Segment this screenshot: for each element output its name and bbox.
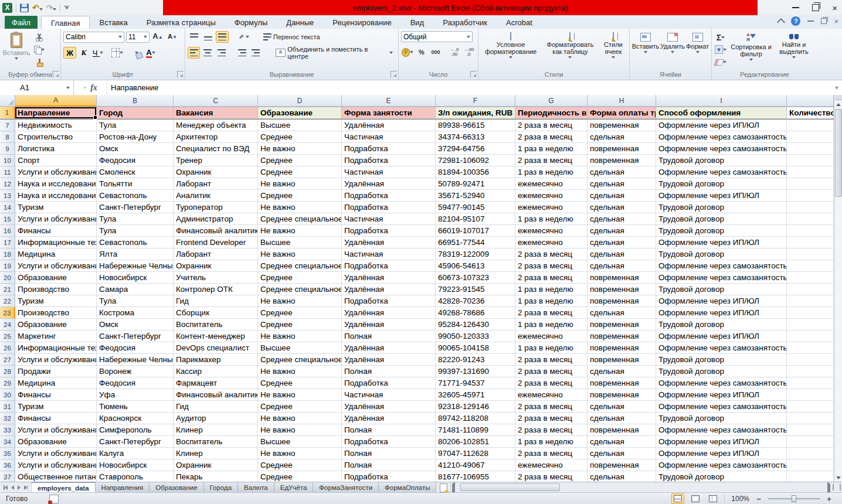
cell-E9[interactable]: Подработка <box>342 143 436 155</box>
cell-B36[interactable]: Новосибирск <box>97 459 174 471</box>
cell-F9[interactable]: 37294-64756 <box>436 143 515 155</box>
row-header-31[interactable]: 31 <box>0 401 15 413</box>
split-handle[interactable] <box>835 95 842 100</box>
cell-D36[interactable]: Среднее <box>258 459 342 471</box>
cell-E25[interactable]: Полная <box>342 331 436 342</box>
cell-G28[interactable]: 2 раза в месяц <box>515 366 588 377</box>
cell-E22[interactable]: Подработка <box>342 295 436 307</box>
cell-A31[interactable]: Туризм <box>15 401 97 413</box>
cell-F35[interactable]: 97047-112628 <box>436 448 515 459</box>
cell-G36[interactable]: ежемесячно <box>515 459 588 471</box>
cell-B24[interactable]: Омск <box>97 319 174 331</box>
row-header-15[interactable]: 15 <box>0 213 15 225</box>
cell-I30[interactable]: Оформление через ИП/ЮЛ <box>656 389 787 401</box>
redo-button[interactable]: ↷ <box>46 2 57 13</box>
ribbon-tab-Данные[interactable]: Данные <box>277 16 323 29</box>
cell-F20[interactable]: 60673-107323 <box>436 272 515 284</box>
align-left-button[interactable] <box>188 47 200 59</box>
row-header-16[interactable]: 16 <box>0 225 15 237</box>
cell-A12[interactable]: Наука и исследование <box>15 178 97 190</box>
format-painter-button[interactable] <box>33 57 46 68</box>
cell-A33[interactable]: Услуги и обслуживание <box>15 424 97 436</box>
cell-B32[interactable]: Красноярск <box>97 413 174 424</box>
wrap-text-button[interactable]: Перенос текста <box>260 31 323 43</box>
cell-J17[interactable] <box>787 237 834 248</box>
cell-H15[interactable]: сдельная <box>588 213 656 225</box>
grow-font-button[interactable]: A▲ <box>151 31 164 43</box>
cell-F11[interactable]: 81894-100356 <box>436 166 515 178</box>
workbook-restore-icon[interactable] <box>821 18 827 24</box>
font-color-button[interactable]: А <box>144 47 157 59</box>
shrink-font-button[interactable]: A▼ <box>166 31 179 43</box>
cell-A24[interactable]: Образование <box>15 319 97 331</box>
cell-B28[interactable]: Воронеж <box>97 366 174 377</box>
cell-J32[interactable] <box>787 413 834 424</box>
last-sheet-button[interactable] <box>24 485 28 490</box>
row-header-20[interactable]: 20 <box>0 272 15 284</box>
cell-G32[interactable]: 2 раза в месяц <box>515 413 588 424</box>
cell-H24[interactable]: повременная <box>588 319 656 331</box>
cell-E34[interactable]: Подработка <box>342 436 436 448</box>
cell-H27[interactable]: повременная <box>588 354 656 366</box>
cell-H28[interactable]: сдельная <box>588 366 656 377</box>
cell-B33[interactable]: Симферополь <box>97 424 174 436</box>
cell-D9[interactable]: Не важно <box>258 143 342 155</box>
row-header-30[interactable]: 30 <box>0 389 15 401</box>
cell-E1[interactable]: Форма занятости <box>342 107 436 119</box>
row-header-35[interactable]: 35 <box>0 448 15 459</box>
row-header-14[interactable]: 14 <box>0 202 15 213</box>
cell-F33[interactable]: 71481-110899 <box>436 424 515 436</box>
row-header-18[interactable]: 18 <box>0 248 15 260</box>
cell-J26[interactable] <box>787 342 834 354</box>
cell-E14[interactable]: Подработка <box>342 202 436 213</box>
cell-D10[interactable]: Среднее <box>258 155 342 166</box>
fill-button[interactable]: ▼ <box>714 44 727 55</box>
cell-I1[interactable]: Способ оформления <box>656 107 787 119</box>
cell-C31[interactable]: Гид <box>174 401 258 413</box>
cell-C32[interactable]: Аудитор <box>174 413 258 424</box>
column-header-D[interactable]: D <box>258 95 342 107</box>
percent-style-button[interactable]: % <box>415 46 428 58</box>
cell-I22[interactable]: Оформление через ИП/ЮЛ <box>656 295 787 307</box>
cell-J19[interactable] <box>787 260 834 272</box>
row-header-34[interactable]: 34 <box>0 436 15 448</box>
minimize-icon[interactable] <box>792 7 799 8</box>
cell-C1[interactable]: Вакансия <box>174 107 258 119</box>
ribbon-tab-Главная[interactable]: Главная <box>41 16 90 29</box>
cell-J22[interactable] <box>787 295 834 307</box>
cell-I33[interactable]: Оформление через самозанятость <box>656 424 787 436</box>
cell-H29[interactable]: повременная <box>588 377 656 389</box>
cell-E29[interactable]: Подработка <box>342 377 436 389</box>
cell-I36[interactable]: Оформление через самозанятость <box>656 459 787 471</box>
view-normal-button[interactable] <box>671 493 684 504</box>
cell-J12[interactable] <box>787 178 834 190</box>
vertical-scrollbar[interactable] <box>834 95 842 482</box>
cell-F29[interactable]: 71771-94537 <box>436 377 515 389</box>
cell-J33[interactable] <box>787 424 834 436</box>
ribbon-tab-Вид[interactable]: Вид <box>401 16 434 29</box>
sheet-tab-employers_data[interactable]: employers_data <box>32 482 96 493</box>
cell-D8[interactable]: Среднее <box>258 131 342 143</box>
cell-H36[interactable]: повременная <box>588 459 656 471</box>
cell-B18[interactable]: Ялта <box>97 248 174 260</box>
cell-A14[interactable]: Туризм <box>15 202 97 213</box>
cell-F21[interactable]: 79223-91545 <box>436 284 515 295</box>
row-header-12[interactable]: 12 <box>0 178 15 190</box>
cell-C14[interactable]: Туроператор <box>174 202 258 213</box>
cell-F13[interactable]: 35671-52940 <box>436 190 515 202</box>
cell-H21[interactable]: повременная <box>588 284 656 295</box>
tab-file[interactable]: Файл <box>5 16 38 29</box>
row-header-21[interactable]: 21 <box>0 284 15 295</box>
cell-D11[interactable]: Среднее <box>258 166 342 178</box>
cell-G21[interactable]: 1 раз в неделю <box>515 284 588 295</box>
paste-button[interactable]: Вставить <box>2 31 30 68</box>
cell-H9[interactable]: повременная <box>588 143 656 155</box>
first-sheet-button[interactable] <box>4 485 8 490</box>
save-icon[interactable] <box>20 4 29 12</box>
format-cells-button[interactable]: Формат <box>686 31 709 68</box>
column-header-F[interactable]: F <box>436 95 515 107</box>
row-header-28[interactable]: 28 <box>0 366 15 377</box>
cell-B12[interactable]: Тольятти <box>97 178 174 190</box>
cell-F31[interactable]: 92318-129146 <box>436 401 515 413</box>
row-header-29[interactable]: 29 <box>0 377 15 389</box>
